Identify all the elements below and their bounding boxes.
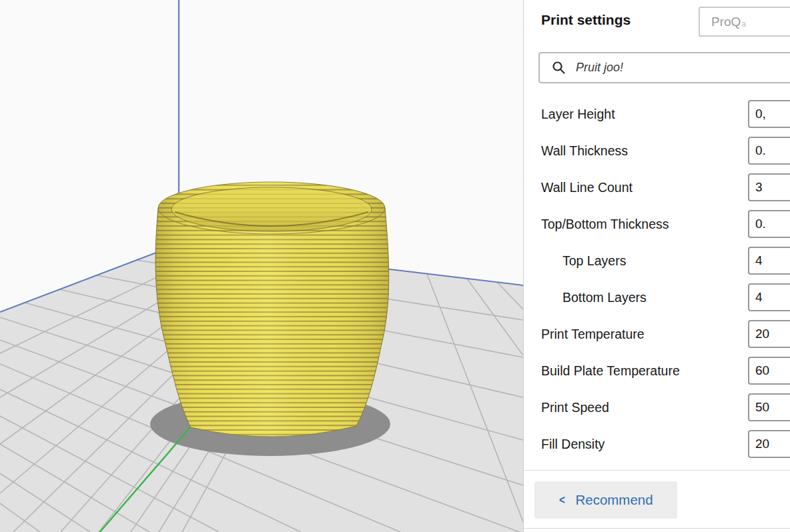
page-title: Print settings: [541, 12, 631, 28]
recommend-label: Recommend: [575, 492, 653, 508]
setting-value-field[interactable]: 20: [748, 320, 790, 348]
setting-row: Top/Bottom Thickness 0.: [524, 206, 790, 243]
setting-row: Wall Line Count 3: [524, 169, 790, 206]
setting-row: Build Plate Temperature 60: [524, 353, 790, 389]
panel-divider: [524, 470, 790, 471]
setting-row: Print Temperature 20: [524, 316, 790, 353]
setting-label: Fill Density: [541, 426, 605, 463]
setting-value-field[interactable]: 60: [748, 357, 790, 385]
profile-suffix: a: [741, 19, 746, 29]
setting-row: Layer Height 0,: [524, 96, 790, 133]
setting-value-field[interactable]: 0,: [748, 100, 790, 128]
setting-value-field[interactable]: 3: [748, 173, 790, 201]
setting-label: Top/Bottom Thickness: [541, 206, 669, 243]
print-settings-panel: Print settings ProQ a Layer Height 0, Wa…: [523, 0, 790, 532]
setting-value-field[interactable]: 0.: [748, 210, 790, 238]
setting-label: Print Speed: [541, 389, 609, 426]
setting-value-field[interactable]: 4: [748, 283, 790, 311]
setting-label: Bottom Layers: [562, 279, 647, 316]
setting-label: Wall Line Count: [541, 169, 633, 206]
application-window: Print settings ProQ a Layer Height 0, Wa…: [0, 0, 790, 532]
search-box[interactable]: [538, 52, 790, 83]
setting-value-field[interactable]: 50: [748, 393, 790, 421]
recommend-button[interactable]: < Recommend: [534, 481, 677, 519]
setting-row: Wall Thickness 0.: [524, 133, 790, 169]
setting-label: Top Layers: [562, 243, 626, 279]
scene-3d: [0, 0, 523, 532]
setting-value-field[interactable]: 4: [748, 247, 790, 275]
setting-row: Top Layers 4: [524, 243, 790, 279]
profile-value: ProQ: [711, 15, 741, 29]
setting-row: Bottom Layers 4: [524, 279, 790, 316]
panel-bottom-border: [524, 528, 790, 529]
search-icon: [552, 61, 566, 75]
setting-row: Fill Density 20: [524, 426, 790, 463]
setting-label: Layer Height: [541, 96, 615, 133]
setting-label: Wall Thickness: [541, 133, 628, 169]
settings-list: Layer Height 0, Wall Thickness 0. Wall L…: [524, 96, 790, 463]
setting-label: Print Temperature: [541, 316, 645, 353]
search-input[interactable]: [574, 60, 731, 75]
setting-value-field[interactable]: 0.: [748, 137, 790, 165]
viewport-3d[interactable]: [0, 0, 523, 532]
setting-value-field[interactable]: 20: [748, 430, 790, 458]
model-vase[interactable]: [155, 182, 389, 437]
chevron-left-icon: <: [559, 493, 565, 507]
profile-dropdown[interactable]: ProQ a: [699, 7, 790, 37]
setting-row: Print Speed 50: [524, 389, 790, 426]
setting-label: Build Plate Temperature: [541, 353, 680, 389]
